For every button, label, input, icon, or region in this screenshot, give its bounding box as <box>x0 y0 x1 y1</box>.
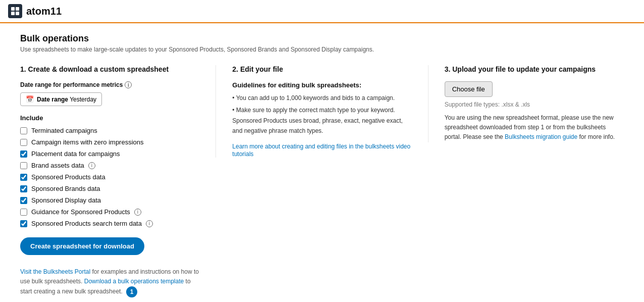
sponsored-display-data-label: Sponsored Display data <box>31 196 101 204</box>
list-item[interactable]: Sponsored Products search term data i <box>20 220 199 227</box>
sponsored-products-data-label: Sponsored Products data <box>31 173 105 181</box>
search-term-data-label: Sponsored Products search term data <box>31 220 142 227</box>
upload-info: You are using the new spreadsheet format… <box>445 113 624 142</box>
list-item[interactable]: Sponsored Brands data <box>20 185 199 192</box>
create-spreadsheet-button[interactable]: Create spreadsheet for download <box>20 237 144 255</box>
header: atom11 <box>0 0 644 23</box>
list-item[interactable]: Brand assets data i <box>20 162 199 169</box>
list-item[interactable]: Sponsored Products data <box>20 173 199 181</box>
logo-icon <box>8 4 22 18</box>
list-item[interactable]: Terminated campaigns <box>20 127 199 134</box>
svg-rect-0 <box>11 7 15 11</box>
guideline-1: • You can add up to 1,000 keywords and b… <box>232 93 411 103</box>
choose-file-button[interactable]: Choose file <box>445 81 493 97</box>
logo-box: atom11 <box>8 4 62 18</box>
logo-text: atom11 <box>26 6 62 17</box>
guidance-sponsored-products-checkbox[interactable] <box>20 209 27 216</box>
list-item[interactable]: Campaign items with zero impressions <box>20 138 199 146</box>
download-template-link[interactable]: Download a bulk operations template <box>84 278 184 285</box>
calendar-icon: 📅 <box>26 95 34 103</box>
file-types-label: Supported file types: .xlsx & .xls <box>445 101 624 108</box>
date-range-button[interactable]: 📅 Date range Yesterday <box>20 92 102 106</box>
svg-rect-3 <box>16 12 19 15</box>
footer-links: Visit the Bulksheets Portal for examples… <box>20 267 199 297</box>
terminated-campaigns-label: Terminated campaigns <box>31 127 97 134</box>
guidelines-title: Guidelines for editing bulk spreadsheets… <box>232 81 411 89</box>
terminated-campaigns-checkbox[interactable] <box>20 127 27 134</box>
list-item[interactable]: Placement data for campaigns <box>20 150 199 158</box>
sponsored-products-data-checkbox[interactable] <box>20 174 27 181</box>
guideline-2: • Make sure to apply the correct match t… <box>232 105 411 136</box>
sponsored-brands-data-label: Sponsored Brands data <box>31 185 100 192</box>
checkbox-list: Terminated campaigns Campaign items with… <box>20 127 199 227</box>
svg-rect-1 <box>16 7 19 11</box>
section-2: 2. Edit your file Guidelines for editing… <box>216 65 427 158</box>
brand-assets-checkbox[interactable] <box>20 162 27 169</box>
guidance-sponsored-products-label: Guidance for Sponsored Products <box>31 208 130 216</box>
date-range-label: Date range for performance metrics i <box>20 81 199 88</box>
include-label: Include <box>20 114 199 122</box>
date-range-btn-label: Date range Yesterday <box>37 96 96 103</box>
zero-impressions-checkbox[interactable] <box>20 139 27 146</box>
main-content: Bulk operations Use spreadsheets to make… <box>0 23 644 302</box>
placement-data-checkbox[interactable] <box>20 150 27 158</box>
section-1: 1. Create & download a custom spreadshee… <box>20 65 216 297</box>
placement-data-label: Placement data for campaigns <box>31 150 120 158</box>
upload-info-text-2: for more info. <box>577 133 615 140</box>
bulksheets-video-link[interactable]: Learn more about creating and editing fi… <box>232 143 410 158</box>
brand-assets-info-icon[interactable]: i <box>88 162 95 169</box>
notification-badge: 1 <box>126 286 137 297</box>
brand-assets-label: Brand assets data <box>31 162 84 169</box>
sponsored-display-data-checkbox[interactable] <box>20 197 27 204</box>
list-item[interactable]: Guidance for Sponsored Products i <box>20 208 199 216</box>
search-term-data-checkbox[interactable] <box>20 220 27 227</box>
migration-guide-link[interactable]: Bulksheets migration guide <box>505 133 577 140</box>
zero-impressions-label: Campaign items with zero impressions <box>31 138 144 146</box>
page-subtitle: Use spreadsheets to make large-scale upd… <box>20 46 624 53</box>
sections-row: 1. Create & download a custom spreadshee… <box>20 65 624 297</box>
section-3-title: 3. Upload your file to update your campa… <box>445 65 624 73</box>
svg-rect-2 <box>11 12 15 15</box>
guidelines-list: • You can add up to 1,000 keywords and b… <box>232 93 411 136</box>
list-item[interactable]: Sponsored Display data <box>20 196 199 204</box>
search-term-info-icon[interactable]: i <box>146 220 153 227</box>
bulksheets-portal-link[interactable]: Visit the Bulksheets Portal <box>20 268 90 275</box>
section-1-title: 1. Create & download a custom spreadshee… <box>20 65 199 73</box>
sponsored-brands-data-checkbox[interactable] <box>20 185 27 192</box>
page-title: Bulk operations <box>20 33 624 44</box>
section-2-title: 2. Edit your file <box>232 65 411 73</box>
date-range-info-icon[interactable]: i <box>125 81 132 88</box>
guidance-info-icon[interactable]: i <box>134 209 141 216</box>
section-3: 3. Upload your file to update your campa… <box>428 65 624 142</box>
